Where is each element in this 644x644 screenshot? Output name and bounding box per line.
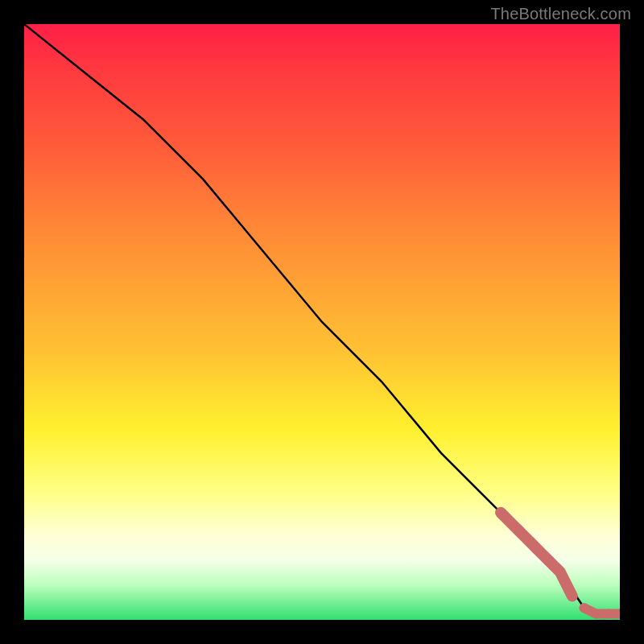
curve-line: [24, 24, 620, 614]
highlight-dot: [603, 609, 613, 619]
highlight-dot: [615, 609, 620, 619]
chart-overlay: [24, 24, 620, 620]
chart-frame: TheBottleneck.com: [0, 0, 644, 644]
highlight-tail: [584, 608, 620, 613]
highlight-dot: [580, 603, 589, 613]
highlight-dot: [568, 591, 577, 601]
highlight-dot: [591, 609, 601, 619]
attribution-label: TheBottleneck.com: [490, 5, 631, 23]
plot-area: [24, 24, 620, 620]
highlight-segment: [501, 513, 572, 597]
